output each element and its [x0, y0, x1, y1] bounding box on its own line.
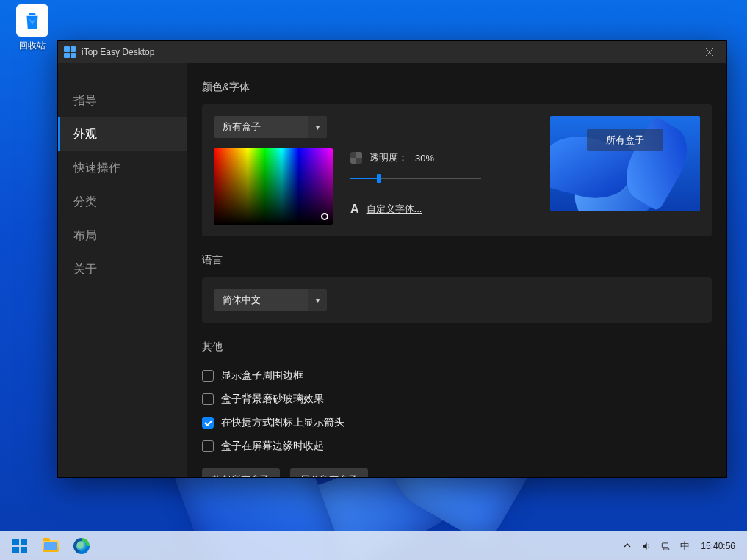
volume-icon[interactable] — [638, 534, 655, 558]
check-label: 盒子在屏幕边缘时收起 — [221, 440, 324, 453]
file-explorer-button[interactable] — [37, 534, 65, 558]
checkbox-icon — [202, 393, 214, 405]
folder-icon — [43, 540, 59, 552]
language-value: 简体中文 — [214, 294, 308, 307]
check-arrow[interactable]: 在快捷方式图标上显示箭头 — [202, 411, 712, 434]
trash-icon — [16, 4, 48, 37]
language-dropdown[interactable]: 简体中文 ▾ — [214, 289, 327, 311]
box-selector-value: 所有盒子 — [214, 120, 308, 134]
titlebar[interactable]: iTop Easy Desktop — [58, 41, 726, 63]
app-logo-icon — [64, 46, 76, 58]
edge-icon — [73, 538, 90, 554]
nav-guide[interactable]: 指导 — [58, 84, 187, 117]
check-label: 在快捷方式图标上显示箭头 — [221, 416, 344, 429]
checkbox-icon — [202, 417, 214, 429]
edge-button[interactable] — [68, 534, 95, 558]
check-border[interactable]: 显示盒子周围边框 — [202, 364, 712, 388]
opacity-label: 透明度： — [369, 151, 408, 164]
preview-thumbnail: 所有盒子 — [550, 116, 700, 211]
windows-logo-icon — [12, 539, 27, 553]
close-button[interactable] — [693, 41, 726, 63]
recycle-bin-icon[interactable]: 回收站 — [9, 4, 56, 52]
tray-chevron-icon[interactable] — [618, 534, 636, 558]
preview-badge: 所有盒子 — [587, 129, 663, 151]
opacity-slider[interactable] — [350, 173, 481, 183]
sidebar: 指导 外观 快速操作 分类 布局 关于 — [58, 63, 187, 477]
section-language: 语言 — [202, 254, 712, 267]
expand-all-button[interactable]: 展开所有盒子 — [290, 468, 368, 477]
other-panel: 显示盒子周围边框 盒子背景磨砂玻璃效果 在快捷方式图标上显示箭头 盒子在屏幕边缘… — [202, 364, 712, 477]
section-other: 其他 — [202, 341, 712, 354]
check-label: 盒子背景磨砂玻璃效果 — [221, 393, 324, 406]
content-pane: 颜色&字体 所有盒子 ▾ 透 — [187, 63, 726, 477]
checkbox-icon — [202, 370, 214, 382]
nav-about[interactable]: 关于 — [58, 252, 187, 286]
chevron-down-icon: ▾ — [308, 289, 327, 311]
taskbar-clock[interactable]: 15:40:56 — [695, 541, 741, 551]
nav-category[interactable]: 分类 — [58, 185, 187, 219]
svg-rect-0 — [663, 542, 668, 547]
check-label: 显示盒子周围边框 — [221, 369, 303, 382]
language-panel: 简体中文 ▾ — [202, 277, 712, 323]
ime-indicator[interactable]: 中 — [676, 534, 693, 558]
color-picker[interactable] — [214, 148, 333, 225]
start-button[interactable] — [6, 534, 34, 558]
color-font-panel: 所有盒子 ▾ 透明度： 30% — [202, 104, 712, 236]
box-selector-dropdown[interactable]: 所有盒子 ▾ — [214, 116, 327, 138]
nav-layout[interactable]: 布局 — [58, 219, 187, 252]
chevron-down-icon: ▾ — [308, 116, 327, 138]
svg-rect-1 — [664, 548, 669, 549]
network-icon[interactable] — [657, 534, 674, 558]
collapse-all-button[interactable]: 收起所有盒子 — [202, 468, 280, 477]
taskbar: 中 15:40:56 — [0, 531, 747, 560]
checkbox-icon — [202, 440, 214, 452]
opacity-value: 30% — [415, 153, 434, 164]
recycle-bin-label: 回收站 — [9, 40, 56, 52]
nav-appearance[interactable]: 外观 — [58, 117, 187, 151]
check-collapse-edge[interactable]: 盒子在屏幕边缘时收起 — [202, 434, 712, 458]
nav-quick[interactable]: 快速操作 — [58, 151, 187, 185]
font-icon: A — [350, 203, 359, 216]
app-window: iTop Easy Desktop 指导 外观 快速操作 分类 布局 关于 颜色… — [57, 40, 727, 478]
custom-font-link[interactable]: 自定义字体... — [367, 203, 422, 216]
check-blur[interactable]: 盒子背景磨砂玻璃效果 — [202, 388, 712, 411]
window-title: iTop Easy Desktop — [82, 47, 154, 57]
color-picker-cursor[interactable] — [321, 213, 328, 220]
section-color-font: 颜色&字体 — [202, 81, 712, 94]
opacity-icon — [350, 152, 362, 164]
